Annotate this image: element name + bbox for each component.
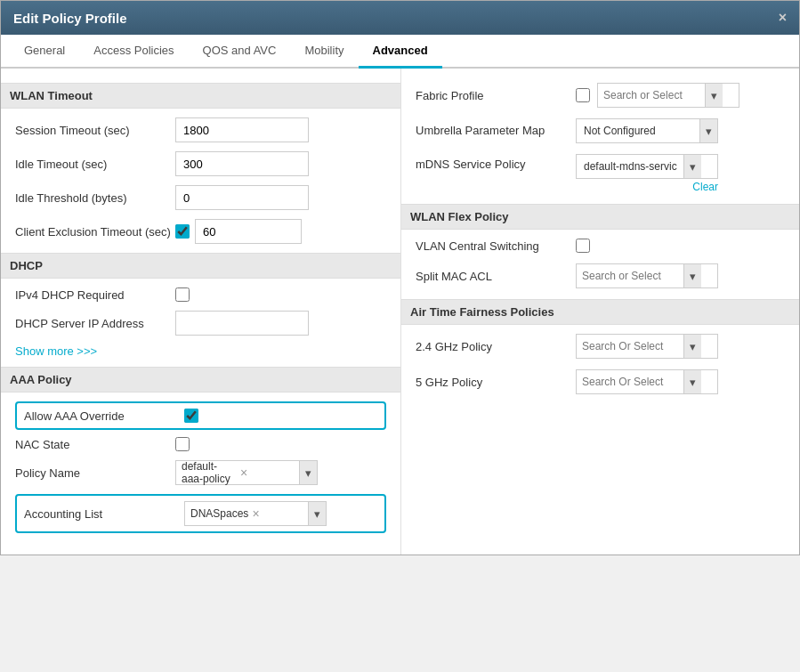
umbrella-label: Umbrella Parameter Map xyxy=(416,124,576,139)
ghz24-select[interactable]: ▾ xyxy=(576,334,718,359)
accounting-list-select[interactable]: DNASpaces × ▾ xyxy=(184,501,327,526)
ghz5-arrow[interactable]: ▾ xyxy=(683,370,701,393)
accounting-list-label: Accounting List xyxy=(24,507,184,521)
ipv4-dhcp-row: IPv4 DHCP Required xyxy=(15,287,386,302)
wlan-flex-header: WLAN Flex Policy xyxy=(401,204,799,230)
umbrella-value: Not Configured xyxy=(577,125,699,137)
ghz5-row: 5 GHz Policy ▾ xyxy=(416,369,785,394)
vlan-central-checkbox[interactable] xyxy=(576,239,590,253)
allow-aaa-row: Allow AAA Override xyxy=(15,401,386,430)
umbrella-select[interactable]: Not Configured ▾ xyxy=(576,118,718,143)
split-mac-select[interactable]: ▾ xyxy=(576,263,718,288)
dhcp-server-row: DHCP Server IP Address xyxy=(15,311,386,336)
tab-qos-avc[interactable]: QOS and AVC xyxy=(189,35,291,69)
idle-threshold-label: Idle Threshold (bytes) xyxy=(15,191,175,205)
tab-advanced[interactable]: Advanced xyxy=(359,35,442,69)
policy-name-label: Policy Name xyxy=(15,466,175,480)
accounting-list-clear[interactable]: × xyxy=(248,506,308,521)
mdns-value: default-mdns-servic xyxy=(577,160,683,173)
mdns-label: mDNS Service Policy xyxy=(416,154,576,173)
right-panel: Fabric Profile ▾ Umbrella Parameter Map … xyxy=(401,69,799,555)
nac-state-checkbox[interactable] xyxy=(175,437,190,451)
tab-mobility[interactable]: Mobility xyxy=(290,35,358,69)
edit-policy-modal: Edit Policy Profile × General Access Pol… xyxy=(0,0,800,555)
tab-general[interactable]: General xyxy=(10,35,79,69)
idle-threshold-row: Idle Threshold (bytes) xyxy=(15,185,386,210)
ipv4-dhcp-checkbox[interactable] xyxy=(175,287,190,302)
air-time-header: Air Time Fairness Policies xyxy=(401,299,799,325)
mdns-row: mDNS Service Policy default-mdns-servic … xyxy=(416,154,785,193)
fabric-profile-arrow[interactable]: ▾ xyxy=(705,84,723,107)
accounting-list-value: DNASpaces xyxy=(190,507,248,520)
dhcp-server-label: DHCP Server IP Address xyxy=(15,317,175,330)
idle-timeout-row: Idle Timeout (sec) xyxy=(15,151,386,176)
nac-state-row: NAC State xyxy=(15,437,386,451)
idle-threshold-input[interactable] xyxy=(175,185,309,210)
split-mac-label: Split MAC ACL xyxy=(416,270,576,283)
accounting-list-row: Accounting List DNASpaces × ▾ xyxy=(15,494,386,533)
ghz24-arrow[interactable]: ▾ xyxy=(683,335,701,358)
show-more-link[interactable]: Show more >>> xyxy=(15,344,386,358)
client-exclusion-label: Client Exclusion Timeout (sec) xyxy=(15,225,175,239)
session-timeout-row: Session Timeout (sec) xyxy=(15,117,386,142)
policy-name-dropdown-arrow[interactable]: ▾ xyxy=(299,461,317,484)
fabric-profile-row: Fabric Profile ▾ xyxy=(416,83,785,108)
accounting-list-dropdown-arrow[interactable]: ▾ xyxy=(308,502,326,525)
ghz24-label: 2.4 GHz Policy xyxy=(416,340,576,353)
modal-body: WLAN Timeout Session Timeout (sec) Idle … xyxy=(1,69,799,555)
client-exclusion-row: Client Exclusion Timeout (sec) xyxy=(15,219,386,244)
split-mac-input[interactable] xyxy=(577,264,683,287)
client-exclusion-checkbox[interactable] xyxy=(175,224,190,239)
allow-aaa-label: Allow AAA Override xyxy=(24,409,184,423)
ghz24-row: 2.4 GHz Policy ▾ xyxy=(416,334,785,359)
split-mac-arrow[interactable]: ▾ xyxy=(683,264,701,287)
fabric-profile-label: Fabric Profile xyxy=(416,89,576,102)
dhcp-header: DHCP xyxy=(1,253,400,279)
session-timeout-label: Session Timeout (sec) xyxy=(15,124,175,137)
mdns-arrow[interactable]: ▾ xyxy=(683,155,701,178)
tab-access-policies[interactable]: Access Policies xyxy=(79,35,188,69)
fabric-profile-input[interactable] xyxy=(598,84,705,107)
ghz5-label: 5 GHz Policy xyxy=(416,376,576,389)
mdns-clear-link[interactable]: Clear xyxy=(576,181,718,193)
aaa-policy-section: AAA Policy Allow AAA Override NAC State … xyxy=(15,367,386,533)
vlan-central-label: VLAN Central Switching xyxy=(416,239,576,253)
umbrella-row: Umbrella Parameter Map Not Configured ▾ xyxy=(416,118,785,143)
allow-aaa-checkbox[interactable] xyxy=(184,409,198,423)
session-timeout-input[interactable] xyxy=(175,117,309,142)
idle-timeout-label: Idle Timeout (sec) xyxy=(15,158,175,171)
split-mac-row: Split MAC ACL ▾ xyxy=(416,263,785,288)
ghz24-input[interactable] xyxy=(577,335,683,358)
dhcp-server-input[interactable] xyxy=(175,311,309,336)
tab-bar: General Access Policies QOS and AVC Mobi… xyxy=(1,35,799,69)
policy-name-select[interactable]: default-aaa-policy × ▾ xyxy=(175,460,318,485)
ipv4-dhcp-label: IPv4 DHCP Required xyxy=(15,288,175,302)
modal-close-button[interactable]: × xyxy=(779,10,787,26)
fabric-profile-checkbox[interactable] xyxy=(576,88,590,102)
umbrella-arrow[interactable]: ▾ xyxy=(699,119,717,142)
fabric-profile-select[interactable]: ▾ xyxy=(597,83,739,108)
client-exclusion-input[interactable] xyxy=(195,219,302,244)
modal-header: Edit Policy Profile × xyxy=(1,1,799,35)
policy-name-row: Policy Name default-aaa-policy × ▾ xyxy=(15,460,386,485)
ghz5-select[interactable]: ▾ xyxy=(576,369,718,394)
policy-name-clear[interactable]: × xyxy=(237,466,299,480)
left-panel: WLAN Timeout Session Timeout (sec) Idle … xyxy=(1,69,401,555)
wlan-timeout-header: WLAN Timeout xyxy=(1,83,400,109)
modal-title: Edit Policy Profile xyxy=(13,11,127,26)
nac-state-label: NAC State xyxy=(15,438,175,451)
idle-timeout-input[interactable] xyxy=(175,151,309,176)
vlan-central-row: VLAN Central Switching xyxy=(416,239,785,253)
aaa-policy-header: AAA Policy xyxy=(1,367,400,393)
policy-name-value: default-aaa-policy xyxy=(182,460,237,485)
ghz5-input[interactable] xyxy=(577,370,683,393)
mdns-select[interactable]: default-mdns-servic ▾ xyxy=(576,154,718,179)
